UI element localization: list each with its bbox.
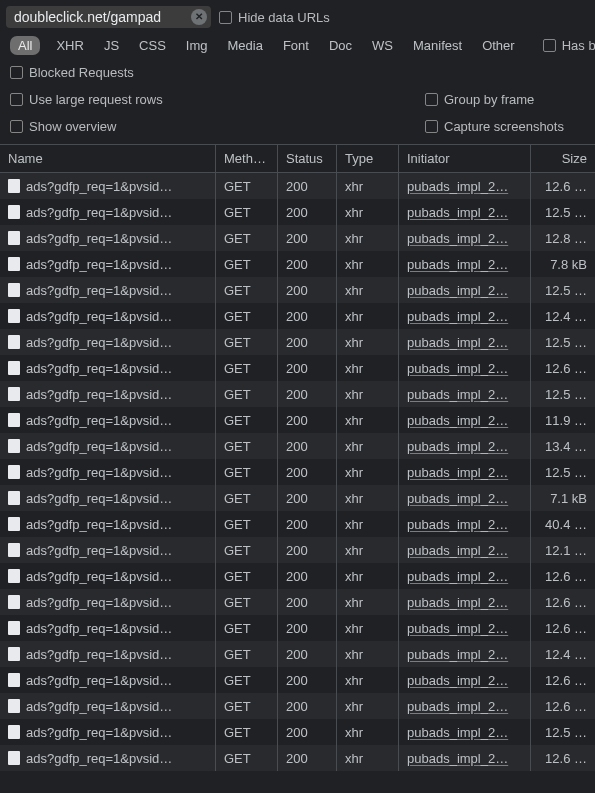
cell-initiator[interactable]: pubads_impl_2… [399,693,531,719]
type-filter-img[interactable]: Img [182,36,212,55]
type-filter-other[interactable]: Other [478,36,519,55]
cell-initiator[interactable]: pubads_impl_2… [399,251,531,277]
table-row[interactable]: ads?gdfp_req=1&pvsid…GET200xhrpubads_imp… [0,329,595,355]
cell-initiator[interactable]: pubads_impl_2… [399,303,531,329]
capture-screenshots-checkbox[interactable]: Capture screenshots [425,119,585,134]
cell-initiator[interactable]: pubads_impl_2… [399,433,531,459]
type-filter-manifest[interactable]: Manifest [409,36,466,55]
table-row[interactable]: ads?gdfp_req=1&pvsid…GET200xhrpubads_imp… [0,667,595,693]
cell-initiator[interactable]: pubads_impl_2… [399,719,531,745]
cell-name: ads?gdfp_req=1&pvsid… [0,667,216,693]
table-row[interactable]: ads?gdfp_req=1&pvsid…GET200xhrpubads_imp… [0,641,595,667]
cell-size: 40.4 … [531,511,595,537]
filter-input[interactable] [6,6,211,28]
cell-initiator[interactable]: pubads_impl_2… [399,381,531,407]
cell-size: 12.5 … [531,719,595,745]
cell-name: ads?gdfp_req=1&pvsid… [0,563,216,589]
cell-type: xhr [337,719,399,745]
show-overview-checkbox[interactable]: Show overview [10,119,116,134]
type-filter-css[interactable]: CSS [135,36,170,55]
table-row[interactable]: ads?gdfp_req=1&pvsid…GET200xhrpubads_imp… [0,277,595,303]
type-filter-bar: AllXHRJSCSSImgMediaFontDocWSManifestOthe… [6,30,589,61]
table-row[interactable]: ads?gdfp_req=1&pvsid…GET200xhrpubads_imp… [0,745,595,771]
type-filter-font[interactable]: Font [279,36,313,55]
blocked-requests-checkbox[interactable]: Blocked Requests [10,65,134,80]
column-header-initiator[interactable]: Initiator [399,145,531,172]
cell-method: GET [216,433,278,459]
type-filter-ws[interactable]: WS [368,36,397,55]
cell-type: xhr [337,329,399,355]
cell-initiator[interactable]: pubads_impl_2… [399,667,531,693]
column-header-type[interactable]: Type [337,145,399,172]
cell-initiator[interactable]: pubads_impl_2… [399,407,531,433]
document-icon [8,725,20,739]
table-row[interactable]: ads?gdfp_req=1&pvsid…GET200xhrpubads_imp… [0,563,595,589]
table-row[interactable]: ads?gdfp_req=1&pvsid…GET200xhrpubads_imp… [0,225,595,251]
table-row[interactable]: ads?gdfp_req=1&pvsid…GET200xhrpubads_imp… [0,199,595,225]
table-row[interactable]: ads?gdfp_req=1&pvsid…GET200xhrpubads_imp… [0,251,595,277]
cell-initiator[interactable]: pubads_impl_2… [399,225,531,251]
table-row[interactable]: ads?gdfp_req=1&pvsid…GET200xhrpubads_imp… [0,589,595,615]
has-blocked-checkbox[interactable]: Has blocke [543,38,595,53]
hide-data-urls-checkbox[interactable]: Hide data URLs [219,10,330,25]
cell-initiator[interactable]: pubads_impl_2… [399,589,531,615]
column-header-size[interactable]: Size [531,145,595,172]
cell-initiator[interactable]: pubads_impl_2… [399,511,531,537]
column-header-status[interactable]: Status [278,145,337,172]
table-row[interactable]: ads?gdfp_req=1&pvsid…GET200xhrpubads_imp… [0,537,595,563]
table-row[interactable]: ads?gdfp_req=1&pvsid…GET200xhrpubads_imp… [0,485,595,511]
group-by-frame-checkbox[interactable]: Group by frame [425,92,585,107]
cell-status: 200 [278,537,337,563]
table-row[interactable]: ads?gdfp_req=1&pvsid…GET200xhrpubads_imp… [0,693,595,719]
cell-initiator[interactable]: pubads_impl_2… [399,329,531,355]
document-icon [8,335,20,349]
clear-filter-icon[interactable]: ✕ [191,9,207,25]
cell-initiator[interactable]: pubads_impl_2… [399,563,531,589]
document-icon [8,673,20,687]
table-row[interactable]: ads?gdfp_req=1&pvsid…GET200xhrpubads_imp… [0,459,595,485]
cell-status: 200 [278,407,337,433]
document-icon [8,387,20,401]
table-row[interactable]: ads?gdfp_req=1&pvsid…GET200xhrpubads_imp… [0,433,595,459]
cell-type: xhr [337,615,399,641]
type-filter-media[interactable]: Media [223,36,266,55]
document-icon [8,517,20,531]
table-row[interactable]: ads?gdfp_req=1&pvsid…GET200xhrpubads_imp… [0,303,595,329]
table-row[interactable]: ads?gdfp_req=1&pvsid…GET200xhrpubads_imp… [0,615,595,641]
type-filter-xhr[interactable]: XHR [52,36,87,55]
table-row[interactable]: ads?gdfp_req=1&pvsid…GET200xhrpubads_imp… [0,719,595,745]
column-header-method[interactable]: Meth… [216,145,278,172]
cell-name: ads?gdfp_req=1&pvsid… [0,459,216,485]
cell-initiator[interactable]: pubads_impl_2… [399,355,531,381]
cell-initiator[interactable]: pubads_impl_2… [399,199,531,225]
cell-size: 12.5 … [531,199,595,225]
table-row[interactable]: ads?gdfp_req=1&pvsid…GET200xhrpubads_imp… [0,381,595,407]
large-rows-checkbox[interactable]: Use large request rows [10,92,163,107]
cell-size: 12.6 … [531,745,595,771]
document-icon [8,205,20,219]
cell-initiator[interactable]: pubads_impl_2… [399,173,531,199]
cell-initiator[interactable]: pubads_impl_2… [399,459,531,485]
cell-initiator[interactable]: pubads_impl_2… [399,745,531,771]
show-overview-label: Show overview [29,119,116,134]
table-row[interactable]: ads?gdfp_req=1&pvsid…GET200xhrpubads_imp… [0,355,595,381]
cell-status: 200 [278,173,337,199]
cell-type: xhr [337,589,399,615]
cell-initiator[interactable]: pubads_impl_2… [399,615,531,641]
column-header-name[interactable]: Name [0,145,216,172]
table-row[interactable]: ads?gdfp_req=1&pvsid…GET200xhrpubads_imp… [0,173,595,199]
cell-name: ads?gdfp_req=1&pvsid… [0,693,216,719]
type-filter-all[interactable]: All [10,36,40,55]
network-toolbar: ✕ Hide data URLs AllXHRJSCSSImgMediaFont… [0,0,595,144]
cell-size: 7.8 kB [531,251,595,277]
table-row[interactable]: ads?gdfp_req=1&pvsid…GET200xhrpubads_imp… [0,407,595,433]
cell-name: ads?gdfp_req=1&pvsid… [0,537,216,563]
cell-initiator[interactable]: pubads_impl_2… [399,277,531,303]
type-filter-doc[interactable]: Doc [325,36,356,55]
cell-initiator[interactable]: pubads_impl_2… [399,485,531,511]
type-filter-js[interactable]: JS [100,36,123,55]
document-icon [8,569,20,583]
table-row[interactable]: ads?gdfp_req=1&pvsid…GET200xhrpubads_imp… [0,511,595,537]
cell-initiator[interactable]: pubads_impl_2… [399,641,531,667]
cell-initiator[interactable]: pubads_impl_2… [399,537,531,563]
